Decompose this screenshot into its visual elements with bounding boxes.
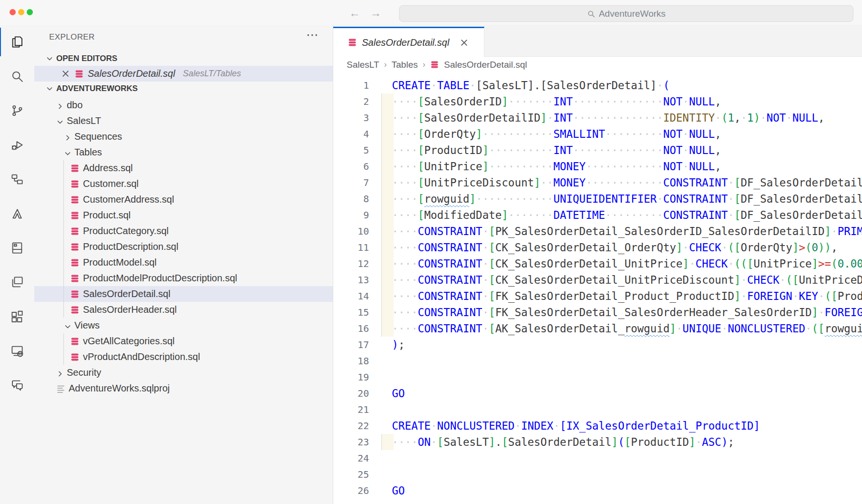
code-line-9[interactable]: 9····[ModifiedDate]·······DATETIME······… — [333, 207, 862, 223]
tree-item-productdescription-sql[interactable]: ProductDescription.sql — [34, 239, 333, 255]
line-number[interactable]: 10 — [333, 226, 369, 237]
tree-item-vgetallcategories-sql[interactable]: vGetAllCategories.sql — [34, 333, 333, 349]
tree-item-tables[interactable]: Tables — [34, 144, 333, 160]
minimize-window-button[interactable] — [18, 9, 24, 15]
line-number[interactable]: 20 — [333, 388, 369, 399]
breadcrumb-item[interactable]: Tables — [391, 60, 418, 70]
zoom-window-button[interactable] — [27, 9, 33, 15]
code-line-4[interactable]: 4····[OrderQty]···········SMALLINT······… — [333, 126, 862, 142]
tree-item-productmodel-sql[interactable]: ProductModel.sql — [34, 255, 333, 270]
code-line-16[interactable]: 16····CONSTRAINT·[AK_SalesOrderDetail_ro… — [333, 320, 862, 337]
command-center-search[interactable]: AdventureWorks — [399, 5, 853, 22]
code-line-15[interactable]: 15····CONSTRAINT·[FK_SalesOrderDetail_Sa… — [333, 304, 862, 320]
activity-bar-item-search[interactable] — [0, 59, 34, 93]
line-number[interactable]: 12 — [333, 258, 369, 269]
code-line-3[interactable]: 3····[SalesOrderDetailID]·INT···········… — [333, 110, 862, 126]
line-number[interactable]: 18 — [333, 355, 369, 367]
activity-bar-item-azure[interactable] — [0, 196, 34, 231]
line-number[interactable]: 21 — [333, 404, 369, 415]
code-line-20[interactable]: 20GO — [333, 385, 862, 401]
tree-item-dbo[interactable]: dbo — [34, 97, 333, 113]
tree-item-salesorderheader-sql[interactable]: SalesOrderHeader.sql — [34, 302, 333, 318]
code-line-8[interactable]: 8····[rowguid]············UNIQUEIDENTIFI… — [333, 191, 862, 207]
line-number[interactable]: 19 — [333, 371, 369, 383]
line-number[interactable]: 24 — [333, 453, 369, 464]
line-number[interactable]: 15 — [333, 307, 369, 318]
code-line-12[interactable]: 12····CONSTRAINT·[CK_SalesOrderDetail_Un… — [333, 256, 862, 272]
code-editor[interactable]: 1CREATE·TABLE·[SalesLT].[SalesOrderDetai… — [333, 72, 862, 504]
line-number[interactable]: 2 — [333, 96, 369, 107]
tree-item-security[interactable]: Security — [34, 365, 333, 381]
line-number[interactable]: 5 — [333, 144, 369, 156]
open-editor-item[interactable]: SalesOrderDetail.sql SalesLT/Tables — [34, 66, 333, 82]
tree-item-views[interactable]: Views — [34, 318, 333, 333]
breadcrumb-item[interactable]: SalesOrderDetail.sql — [444, 60, 527, 70]
tree-item-address-sql[interactable]: Address.sql — [34, 160, 333, 176]
line-number[interactable]: 25 — [333, 469, 369, 480]
line-number[interactable]: 8 — [333, 193, 369, 205]
line-number[interactable]: 6 — [333, 161, 369, 172]
tree-item-adventureworks-sqlproj[interactable]: AdventureWorks.sqlproj — [34, 381, 333, 396]
code-line-23[interactable]: 23····ON·[SalesLT].[SalesOrderDetail]([P… — [333, 434, 862, 450]
line-number[interactable]: 17 — [333, 339, 369, 350]
tree-item-productcategory-sql[interactable]: ProductCategory.sql — [34, 223, 333, 239]
tree-item-product-sql[interactable]: Product.sql — [34, 207, 333, 223]
activity-bar-item-database-projects[interactable] — [0, 162, 34, 196]
code-line-21[interactable]: 21 — [333, 401, 862, 418]
code-line-17[interactable]: 17); — [333, 337, 862, 353]
tree-item-vproductanddescription-sql[interactable]: vProductAndDescription.sql — [34, 349, 333, 365]
line-number[interactable]: 11 — [333, 242, 369, 253]
code-line-10[interactable]: 10····CONSTRAINT·[PK_SalesOrderDetail_Sa… — [333, 223, 862, 239]
tree-item-customer-sql[interactable]: Customer.sql — [34, 176, 333, 192]
navigate-back-button[interactable]: ← — [349, 6, 360, 20]
code-line-24[interactable]: 24 — [333, 450, 862, 466]
line-number[interactable]: 3 — [333, 112, 369, 123]
activity-bar-item-run-debug[interactable] — [0, 128, 34, 162]
close-icon[interactable] — [61, 69, 70, 78]
activity-bar-item-source-control[interactable] — [0, 93, 34, 128]
code-line-18[interactable]: 18 — [333, 353, 862, 369]
navigate-forward-button[interactable]: → — [370, 6, 381, 20]
code-line-25[interactable]: 25 — [333, 466, 862, 483]
code-line-5[interactable]: 5····[ProductID]··········INT···········… — [333, 142, 862, 158]
close-tab-icon[interactable] — [460, 38, 469, 47]
tree-item-saleslt[interactable]: SalesLT — [34, 113, 333, 129]
line-number[interactable]: 13 — [333, 274, 369, 286]
code-line-19[interactable]: 19 — [333, 369, 862, 385]
activity-bar-item-comments[interactable] — [0, 368, 34, 402]
close-window-button[interactable] — [10, 9, 16, 15]
line-number[interactable]: 1 — [333, 80, 369, 91]
activity-bar-item-notebooks[interactable] — [0, 231, 34, 265]
code-line-1[interactable]: 1CREATE·TABLE·[SalesLT].[SalesOrderDetai… — [333, 77, 862, 93]
tree-item-salesorderdetail-sql[interactable]: SalesOrderDetail.sql — [34, 286, 333, 302]
line-number[interactable]: 9 — [333, 209, 369, 221]
code-line-11[interactable]: 11····CONSTRAINT·[CK_SalesOrderDetail_Or… — [333, 239, 862, 256]
code-line-7[interactable]: 7····[UnitPriceDiscount]··MONEY·········… — [333, 175, 862, 191]
tree-item-customeraddress-sql[interactable]: CustomerAddress.sql — [34, 192, 333, 207]
code-line-13[interactable]: 13····CONSTRAINT·[CK_SalesOrderDetail_Un… — [333, 272, 862, 288]
activity-bar-item-extensions[interactable] — [0, 299, 34, 334]
line-number[interactable]: 7 — [333, 177, 369, 188]
open-editors-section-header[interactable]: OPEN EDITORS — [34, 51, 333, 66]
tree-item-label: SalesLT — [67, 115, 101, 126]
line-number[interactable]: 4 — [333, 128, 369, 140]
line-number[interactable]: 23 — [333, 436, 369, 448]
activity-bar-item-explorer[interactable] — [0, 25, 34, 59]
code-line-6[interactable]: 6····[UnitPrice]··········MONEY·········… — [333, 158, 862, 175]
code-line-22[interactable]: 22CREATE·NONCLUSTERED·INDEX·[IX_SalesOrd… — [333, 418, 862, 434]
code-line-14[interactable]: 14····CONSTRAINT·[FK_SalesOrderDetail_Pr… — [333, 288, 862, 304]
breadcrumb-item[interactable]: SalesLT — [347, 60, 379, 70]
tree-item-sequences[interactable]: Sequences — [34, 129, 333, 144]
line-number[interactable]: 26 — [333, 485, 369, 496]
line-number[interactable]: 22 — [333, 420, 369, 432]
code-line-26[interactable]: 26GO — [333, 483, 862, 499]
line-number[interactable]: 14 — [333, 290, 369, 302]
workspace-section-header[interactable]: ADVENTUREWORKS — [34, 82, 333, 96]
activity-bar-item-windows[interactable] — [0, 265, 34, 299]
tree-item-productmodelproductdescription-sql[interactable]: ProductModelProductDescription.sql — [34, 270, 333, 286]
activity-bar-item-remote-explorer[interactable] — [0, 334, 34, 368]
line-number[interactable]: 16 — [333, 323, 369, 334]
code-line-2[interactable]: 2····[SalesOrderID]·······INT···········… — [333, 93, 862, 110]
more-actions-icon[interactable]: ⋯ — [306, 29, 318, 41]
tab-salesorderdetail[interactable]: SalesOrderDetail.sql — [333, 27, 484, 57]
